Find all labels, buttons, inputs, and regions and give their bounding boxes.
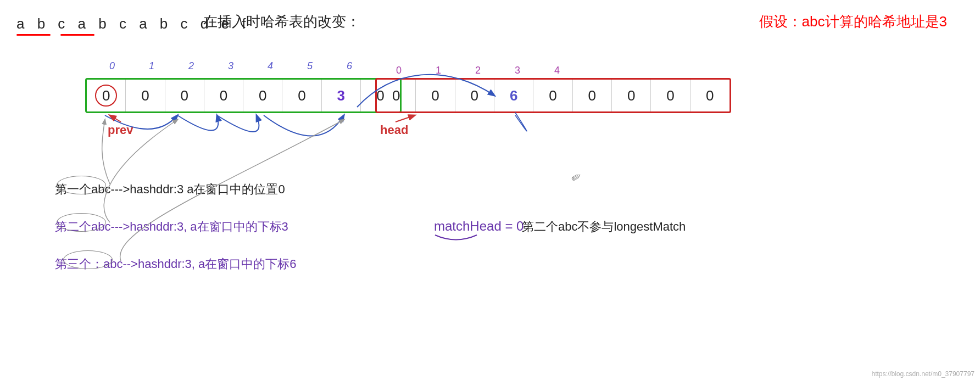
assumption-text: 假设：abc计算的哈希地址是3	[759, 12, 947, 31]
head-label: head	[380, 123, 408, 137]
green-idx-2: 2	[171, 60, 211, 72]
red-indices: 0 1 2 3 4	[379, 65, 577, 76]
green-idx-3: 3	[211, 60, 250, 72]
red-cell-6: 0	[612, 80, 651, 111]
green-cell-0: 0	[87, 80, 126, 111]
green-array-box: 0 0 0 0 0 0 3 0	[85, 78, 402, 113]
match-head: matchHead = 0	[434, 219, 524, 234]
desc1: 第一个abc--->hashddr:3 a在窗口中的位置0	[55, 181, 285, 198]
green-idx-1: 1	[132, 60, 171, 72]
green-idx-4: 4	[250, 60, 290, 72]
red-cell-0: 0	[377, 80, 416, 111]
red-idx-3: 3	[498, 65, 537, 76]
green-idx-5: 5	[290, 60, 330, 72]
green-cell-2: 0	[165, 80, 204, 111]
red-idx-0: 0	[379, 65, 419, 76]
match-head-label: 第二个abc不参与longestMatch	[522, 219, 686, 235]
red-idx-1: 1	[419, 65, 458, 76]
green-idx-6: 6	[330, 60, 369, 72]
red-cell-8: 0	[691, 80, 730, 111]
underline-ab1	[16, 34, 51, 36]
match-label-text: 第二个abc不参与longestMatch	[522, 220, 686, 233]
red-cell-4: 0	[533, 80, 572, 111]
main-canvas: a b c a b c a b c d e f 在插入时哈希表的改变： 假设：a…	[0, 0, 980, 380]
red-idx-4: 4	[537, 65, 577, 76]
green-cell-1: 0	[126, 80, 165, 111]
red-cell-5: 0	[573, 80, 612, 111]
underline-ab2	[60, 34, 94, 36]
head-text: head	[380, 123, 408, 137]
green-cell-3: 0	[204, 80, 243, 111]
red-idx-2: 2	[458, 65, 498, 76]
watermark: https://blog.csdn.net/m0_37907797	[872, 370, 975, 378]
green-cell-4: 0	[243, 80, 282, 111]
desc2-text: 第二个abc--->hashddr:3, a在窗口中的下标3	[55, 220, 288, 233]
circled-zero: 0	[95, 85, 117, 107]
desc3-text: 第三个：abc-->hashddr:3, a在窗口中的下标6	[55, 257, 297, 271]
prev-text: prev	[108, 123, 133, 137]
label-text: 在插入时哈希表的改变：	[203, 13, 360, 30]
red-cell-2: 0	[455, 80, 494, 111]
watermark-text: https://blog.csdn.net/m0_37907797	[872, 370, 975, 378]
top-label: 在插入时哈希表的改变：	[203, 12, 360, 31]
desc3: 第三个：abc-->hashddr:3, a在窗口中的下标6	[55, 256, 297, 272]
match-head-text: matchHead = 0	[434, 219, 524, 233]
green-cell-5: 0	[282, 80, 321, 111]
desc1-text: 第一个abc--->hashddr:3 a在窗口中的位置0	[55, 182, 285, 196]
red-cell-1: 0	[416, 80, 455, 111]
prev-label: prev	[108, 123, 133, 137]
red-array-box: 0 0 0 6 0 0 0 0 0	[375, 78, 731, 113]
red-cell-7: 0	[651, 80, 690, 111]
desc2: 第二个abc--->hashddr:3, a在窗口中的下标3	[55, 219, 288, 235]
green-idx-0: 0	[92, 60, 132, 72]
green-cell-6: 3	[322, 80, 361, 111]
green-indices: 0 1 2 3 4 5 6	[92, 60, 369, 72]
assumption-label: 假设：abc计算的哈希地址是3	[759, 13, 947, 30]
red-cell-3: 6	[494, 80, 533, 111]
pencil-icon: ✏	[569, 169, 584, 186]
